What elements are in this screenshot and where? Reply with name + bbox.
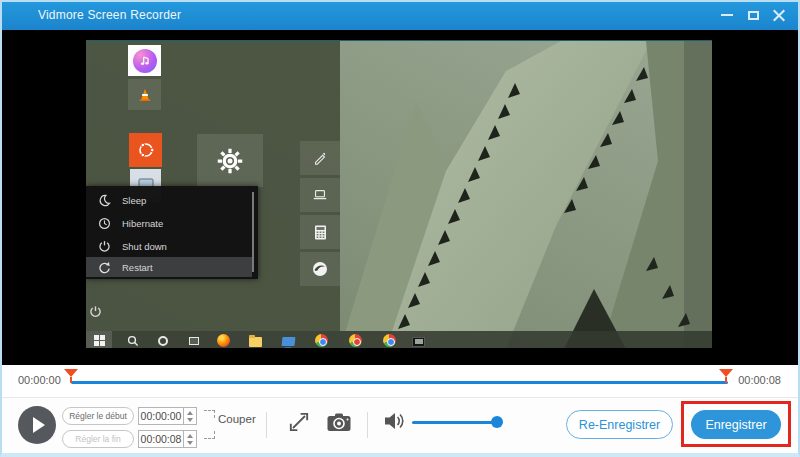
tile-settings[interactable] <box>197 134 263 187</box>
menu-scrollbar[interactable] <box>252 192 254 272</box>
file-explorer-icon <box>249 337 262 347</box>
windows-logo-icon <box>94 335 105 346</box>
menu-item-label: Sleep <box>122 195 146 206</box>
itunes-icon <box>133 49 157 73</box>
end-time-stepper[interactable] <box>184 430 197 448</box>
shutdown-power-icon <box>98 240 111 253</box>
taskbar-chrome-3-button[interactable] <box>383 334 396 347</box>
timeline-track[interactable] <box>71 381 728 384</box>
cut-bracket-icon <box>204 410 215 418</box>
gear-icon <box>215 146 245 176</box>
minimize-icon <box>721 14 733 16</box>
timeline: 00:00:00 00:00:08 <box>0 365 800 397</box>
edit-pencil-icon <box>312 150 328 166</box>
tile-ubuntu[interactable] <box>129 133 162 167</box>
close-button[interactable] <box>766 0 792 30</box>
set-end-button[interactable]: Régler la fin <box>62 430 134 448</box>
taskbar <box>86 331 712 348</box>
trim-start-marker[interactable] <box>64 369 78 383</box>
mute-button[interactable] <box>383 410 407 436</box>
timeline-end-time: 00:00:08 <box>738 374 781 386</box>
taskbar-start-button[interactable] <box>86 331 112 348</box>
snapshot-button[interactable] <box>326 412 352 437</box>
close-icon <box>773 9 786 22</box>
tile-calculator[interactable] <box>300 215 340 249</box>
taskbar-task-view-button[interactable] <box>187 334 200 347</box>
titlebar[interactable]: Vidmore Screen Recorder <box>0 0 800 30</box>
menu-item-shutdown[interactable]: Shut down <box>86 235 252 257</box>
window-controls <box>714 0 792 30</box>
taskbar-cortana-button[interactable] <box>156 334 169 347</box>
app-window: Vidmore Screen Recorder <box>0 0 800 457</box>
divider <box>367 412 368 438</box>
cut-label: Couper <box>218 413 256 425</box>
volume-slider[interactable] <box>412 421 502 424</box>
trim-end-marker[interactable] <box>719 369 733 383</box>
fullscreen-expand-icon <box>287 410 311 434</box>
step-up-icon <box>187 411 193 415</box>
recorded-video-frame: Sleep Hibernate Shut down Restart <box>86 40 712 348</box>
minimize-button[interactable] <box>714 0 740 30</box>
start-time-stepper[interactable] <box>184 407 197 425</box>
maximize-icon <box>748 11 759 20</box>
firefox-icon <box>217 334 230 347</box>
tile-itunes[interactable] <box>128 45 161 76</box>
tile-swirl-app[interactable] <box>300 252 340 286</box>
step-down-icon <box>187 441 193 445</box>
taskbar-file-explorer-button[interactable] <box>249 334 262 347</box>
menu-item-label: Restart <box>122 262 153 273</box>
tile-vlc[interactable] <box>128 79 161 110</box>
maximize-button[interactable] <box>740 0 766 30</box>
hibernate-clock-icon <box>98 217 111 230</box>
volume-slider-knob[interactable] <box>491 416 503 428</box>
step-down-icon <box>187 418 193 422</box>
rerecord-button[interactable]: Re-Enregistrer <box>566 410 673 439</box>
power-icon <box>89 305 102 318</box>
taskbar-chrome-1-button[interactable] <box>315 334 328 347</box>
play-button[interactable] <box>18 406 56 444</box>
screenshot-thumbnail-icon <box>412 337 425 347</box>
menu-item-label: Hibernate <box>122 218 163 229</box>
play-icon <box>33 417 45 433</box>
end-time-field[interactable]: 00:00:08 <box>138 430 184 448</box>
sleep-moon-icon <box>98 194 111 207</box>
taskbar-search-button[interactable] <box>126 334 139 347</box>
marker-stem <box>70 377 72 383</box>
speaker-icon <box>383 410 407 432</box>
window-title: Vidmore Screen Recorder <box>0 8 181 22</box>
power-options-menu: Sleep Hibernate Shut down Restart <box>86 186 258 279</box>
restart-icon <box>98 261 111 274</box>
tile-edit[interactable] <box>300 141 340 175</box>
tile-laptop-app[interactable] <box>300 178 340 212</box>
menu-item-restart[interactable]: Restart <box>86 257 252 277</box>
step-up-icon <box>187 434 193 438</box>
video-preview-area: Sleep Hibernate Shut down Restart <box>0 30 800 365</box>
menu-item-sleep[interactable]: Sleep <box>86 189 252 211</box>
camera-icon <box>326 412 352 433</box>
laptop-icon <box>312 188 328 202</box>
control-bar: Régler le début 00:00:00 Régler la fin 0… <box>0 397 800 455</box>
taskbar-chrome-2-button[interactable] <box>349 334 362 347</box>
divider <box>266 412 267 438</box>
ubuntu-icon <box>136 140 156 160</box>
timeline-start-time: 00:00:00 <box>18 374 61 386</box>
menu-item-label: Shut down <box>122 241 167 252</box>
cortana-icon <box>158 336 168 346</box>
taskbar-firefox-button[interactable] <box>217 334 230 347</box>
chrome-icon <box>383 334 396 347</box>
cut-bracket-icon <box>204 431 215 439</box>
swirl-app-icon <box>311 260 329 278</box>
taskbar-screenshot-thumb-button[interactable] <box>412 334 425 347</box>
taskbar-pc-button[interactable] <box>282 334 295 347</box>
chrome-icon <box>315 334 328 347</box>
set-start-button[interactable]: Régler le début <box>62 407 134 425</box>
record-button[interactable]: Enregistrer <box>691 410 781 439</box>
search-icon <box>127 335 139 347</box>
start-menu-power-button[interactable] <box>89 304 103 318</box>
start-time-field[interactable]: 00:00:00 <box>138 407 184 425</box>
pc-icon <box>282 337 296 346</box>
fullscreen-button[interactable] <box>287 410 311 438</box>
marker-stem <box>725 377 727 383</box>
menu-item-hibernate[interactable]: Hibernate <box>86 212 252 234</box>
chrome-icon <box>349 334 362 347</box>
